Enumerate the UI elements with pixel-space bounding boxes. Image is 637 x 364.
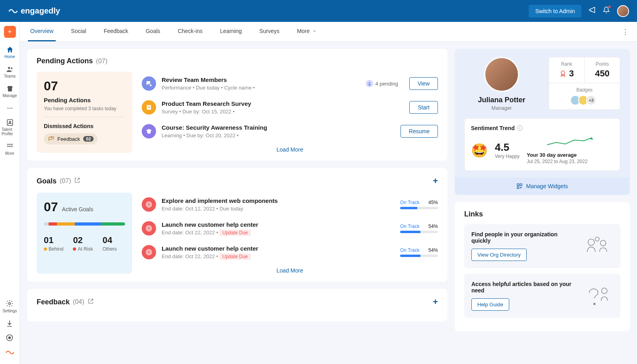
rank-icon bbox=[559, 70, 567, 77]
svg-point-37 bbox=[602, 288, 607, 294]
goals-load-more[interactable]: Load More bbox=[142, 267, 438, 274]
dismissed-chip[interactable]: Feedback 02 bbox=[44, 133, 98, 144]
sidebar-item-manage[interactable]: Manage bbox=[0, 82, 20, 101]
trend-chart bbox=[527, 136, 614, 148]
goal-row[interactable]: Launch new customer help center End date… bbox=[142, 240, 438, 264]
badge-row[interactable]: +3 bbox=[553, 95, 616, 105]
svg-point-17 bbox=[369, 82, 370, 84]
profile-card: Juliana Potter Manager Rank 3 bbox=[455, 49, 630, 195]
svg-point-7 bbox=[7, 144, 8, 145]
svg-point-4 bbox=[11, 108, 12, 109]
pending-summary: 07 Pending Actions You have completed 3 … bbox=[37, 72, 132, 153]
manage-widgets-button[interactable]: Manage Widgets bbox=[455, 177, 630, 195]
brand-mark-icon bbox=[5, 348, 14, 357]
pending-row[interactable]: Review Team Members Performance • Due to… bbox=[142, 72, 438, 95]
badges-more: +3 bbox=[586, 95, 596, 105]
download-icon bbox=[6, 319, 14, 327]
profile-avatar[interactable] bbox=[484, 57, 519, 92]
manage-icon bbox=[6, 85, 14, 93]
info-icon[interactable]: i bbox=[517, 125, 523, 131]
svg-point-21 bbox=[149, 204, 149, 205]
goals-title: Goals bbox=[37, 177, 57, 185]
target-icon bbox=[142, 221, 156, 236]
pending-load-more[interactable]: Load More bbox=[142, 146, 438, 153]
notification-dot bbox=[608, 6, 611, 8]
svg-point-11 bbox=[9, 146, 10, 147]
teams-icon bbox=[6, 65, 14, 73]
svg-point-24 bbox=[149, 228, 149, 229]
svg-point-10 bbox=[7, 146, 8, 147]
pending-row[interactable]: Course: Security Awareness Training Lear… bbox=[142, 119, 438, 143]
pending-actions-card: Pending Actions (07) 07 Pending Actions … bbox=[27, 49, 447, 161]
tab-checkins[interactable]: Check-ins bbox=[176, 22, 205, 41]
tab-more[interactable]: More bbox=[295, 22, 319, 41]
help-icon bbox=[6, 334, 14, 342]
start-button[interactable]: Start bbox=[409, 101, 438, 114]
tab-learning[interactable]: Learning bbox=[218, 22, 244, 41]
svg-point-13 bbox=[9, 303, 11, 305]
svg-point-15 bbox=[9, 337, 11, 339]
dots-icon bbox=[6, 104, 14, 112]
goals-status-bar bbox=[44, 222, 125, 226]
external-link-icon[interactable] bbox=[88, 298, 94, 306]
view-button[interactable]: View bbox=[409, 77, 438, 90]
user-avatar[interactable] bbox=[617, 5, 629, 17]
brand-name: engagedly bbox=[21, 6, 60, 16]
link-item: Access helpful articles based on your ne… bbox=[464, 274, 620, 318]
engagedly-icon bbox=[8, 6, 18, 16]
grid-icon bbox=[6, 142, 14, 150]
help-illustration bbox=[581, 285, 613, 307]
svg-point-35 bbox=[595, 237, 599, 241]
link-item: Find people in your organization quickly… bbox=[464, 224, 620, 268]
main-tabs: Overview Social Feedback Goals Check-ins… bbox=[20, 22, 637, 42]
pending-badge: 4 pending bbox=[366, 80, 398, 87]
tab-goals[interactable]: Goals bbox=[143, 22, 163, 41]
goals-card: Goals (07) + 07 Active Goals bbox=[27, 168, 447, 282]
add-feedback-button[interactable]: + bbox=[433, 297, 438, 307]
course-icon bbox=[142, 124, 156, 138]
talent-icon bbox=[6, 119, 14, 127]
tab-overview[interactable]: Overview bbox=[28, 22, 56, 41]
sidebar-item-talent[interactable]: Talent Profile bbox=[0, 115, 20, 139]
sidebar-item-more[interactable]: More bbox=[0, 139, 20, 159]
sidebar-help[interactable] bbox=[6, 334, 14, 342]
announce-icon[interactable] bbox=[588, 6, 596, 16]
sidebar-settings[interactable]: Settings bbox=[2, 300, 17, 313]
gear-icon bbox=[6, 300, 14, 308]
pending-row[interactable]: Product Team Research Survey Survey • Du… bbox=[142, 95, 438, 119]
resume-button[interactable]: Resume bbox=[401, 125, 438, 138]
tabs-kebab-icon[interactable]: ⋮ bbox=[622, 27, 629, 36]
tab-social[interactable]: Social bbox=[68, 22, 88, 41]
links-card: Links Find people in your organization q… bbox=[455, 202, 630, 331]
brand-logo[interactable]: engagedly bbox=[8, 6, 60, 16]
svg-rect-31 bbox=[520, 184, 522, 186]
svg-rect-32 bbox=[517, 187, 519, 189]
svg-point-12 bbox=[11, 146, 12, 147]
tab-feedback[interactable]: Feedback bbox=[102, 22, 131, 41]
add-button[interactable]: + bbox=[4, 26, 16, 38]
sidebar-download[interactable] bbox=[6, 319, 14, 327]
sidebar-item-teams[interactable]: Teams bbox=[0, 62, 20, 82]
sentiment-card: Sentiment Trend i 🤩 4.5 Very Happy bbox=[464, 118, 620, 171]
notification-icon[interactable] bbox=[603, 6, 610, 16]
review-icon bbox=[142, 76, 156, 91]
feedback-card: Feedback (04) + bbox=[27, 289, 447, 321]
svg-rect-30 bbox=[517, 184, 519, 186]
switch-admin-button[interactable]: Switch to Admin bbox=[529, 5, 581, 18]
view-directory-button[interactable]: View Org Directory bbox=[471, 249, 527, 261]
pending-count: (07) bbox=[96, 58, 107, 65]
svg-point-6 bbox=[9, 121, 10, 123]
chat-icon bbox=[48, 136, 54, 142]
tab-surveys[interactable]: Surveys bbox=[257, 22, 282, 41]
goal-row[interactable]: Launch new customer help center End date… bbox=[142, 216, 438, 240]
help-guide-button[interactable]: Help Guide bbox=[471, 298, 509, 311]
sidebar-item-more-dots[interactable] bbox=[0, 101, 20, 115]
target-icon bbox=[142, 245, 156, 259]
external-link-icon[interactable] bbox=[74, 177, 80, 185]
goal-row[interactable]: Explore and implement web components End… bbox=[142, 193, 438, 216]
svg-point-8 bbox=[9, 144, 10, 145]
pending-title: Pending Actions bbox=[37, 57, 93, 65]
add-goal-button[interactable]: + bbox=[433, 176, 438, 186]
sidebar-item-home[interactable]: Home bbox=[0, 43, 20, 62]
goals-summary: 07 Active Goals 01 Behind02 At Risk04 Ot… bbox=[37, 193, 132, 274]
